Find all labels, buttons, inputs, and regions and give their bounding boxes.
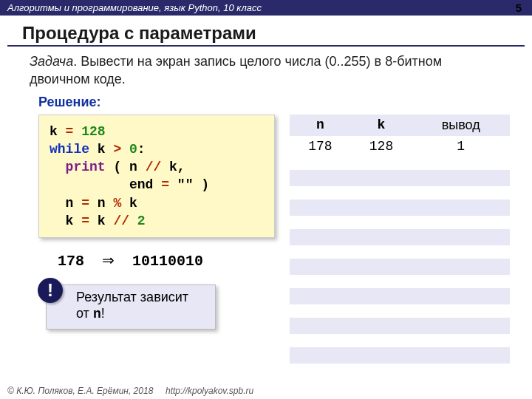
stripe-row [290, 200, 510, 216]
col-out: вывод [412, 115, 510, 136]
content-area: k = 128 while k > 0: print ( n // k, end… [0, 115, 532, 364]
arrow-icon: ⇒ [102, 252, 115, 268]
page-number: 5 [516, 1, 522, 14]
header-strip: Алгоритмы и программирование, язык Pytho… [0, 0, 532, 16]
solution-label: Решение: [0, 92, 532, 115]
copyright: © К.Ю. Поляков, Е.А. Ерёмин, 2018 [7, 386, 153, 396]
stripe-row [290, 170, 510, 186]
exclamation-icon: ! [38, 278, 63, 303]
slide-title: Процедура с параметрами [7, 18, 525, 47]
table-row: 178 128 1 [290, 136, 510, 157]
col-n: n [290, 115, 351, 136]
example-input: 178 [58, 253, 84, 270]
note-var: n [93, 307, 101, 321]
stripe-row [290, 288, 510, 304]
task-label: Задача [30, 54, 73, 69]
example-output: 10110010 [132, 253, 203, 270]
note-tail: ! [101, 306, 105, 321]
code-block: k = 128 while k > 0: print ( n // k, end… [38, 115, 275, 239]
stripe-row [290, 259, 510, 275]
trace-table: n k вывод 178 128 1 [290, 115, 510, 157]
footer-link[interactable]: http://kpolyakov.spb.ru [166, 386, 253, 396]
course-title: Алгоритмы и программирование, язык Pytho… [7, 2, 262, 13]
task-text: Задача. Вывести на экран запись целого ч… [0, 51, 532, 92]
stripe-row [290, 229, 510, 245]
note-box: ! Результат зависит от n! [46, 284, 216, 329]
left-column: k = 128 while k > 0: print ( n // k, end… [38, 115, 275, 364]
col-k: k [351, 115, 412, 136]
stripe-row [290, 347, 510, 364]
footer: © К.Ю. Поляков, Е.А. Ерёмин, 2018 http:/… [7, 386, 253, 396]
task-body: . Вывести на экран запись целого числа (… [30, 54, 442, 86]
right-column: n k вывод 178 128 1 [275, 115, 510, 364]
table-header-row: n k вывод [290, 115, 510, 136]
stripe-row [290, 318, 510, 334]
example-line: 178 ⇒ 10110010 [38, 238, 275, 270]
